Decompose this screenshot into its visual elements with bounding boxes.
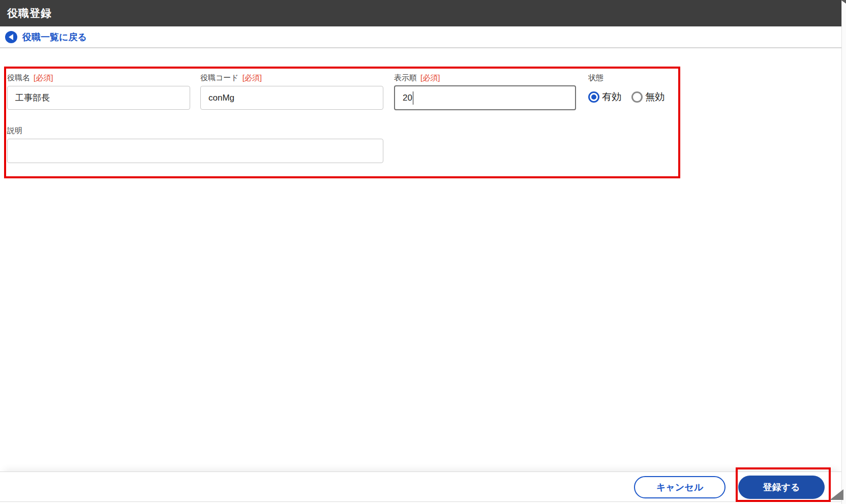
display-order-input[interactable]: 20 xyxy=(394,85,576,110)
back-link[interactable]: 役職一覧に戻る xyxy=(22,31,87,43)
position-name-input[interactable]: 工事部長 xyxy=(7,86,190,110)
status-radio-group: 有効 無効 xyxy=(588,90,751,104)
required-badge: [必須] xyxy=(420,73,440,83)
display-order-label: 表示順 xyxy=(394,73,417,83)
submit-button[interactable]: 登録する xyxy=(738,476,825,499)
radio-active-label: 有効 xyxy=(602,90,621,104)
description-label: 説明 xyxy=(7,126,22,136)
page: 役職登録 役職一覧に戻る 役職名 [必須] 工事部長 役職コード [必須] co… xyxy=(0,0,846,504)
field-label-row: 役職名 [必須] xyxy=(7,73,190,83)
radio-selected-icon[interactable] xyxy=(588,91,599,103)
position-code-input[interactable]: conMg xyxy=(200,86,383,110)
position-code-label: 役職コード xyxy=(200,73,239,83)
status-label: 状態 xyxy=(588,73,603,83)
footer-bar: キャンセル 登録する xyxy=(0,471,841,502)
display-order-value: 20 xyxy=(403,93,412,103)
field-description: 説明 xyxy=(7,126,383,163)
radio-inactive-label: 無効 xyxy=(645,90,664,104)
scrollbar-gutter[interactable] xyxy=(841,0,846,504)
field-status: 状態 有効 無効 xyxy=(588,73,751,104)
back-button[interactable] xyxy=(5,31,17,43)
required-badge: [必須] xyxy=(34,73,53,83)
description-input[interactable] xyxy=(7,139,383,163)
radio-option-inactive[interactable]: 無効 xyxy=(631,90,664,104)
position-name-value: 工事部長 xyxy=(15,92,50,104)
field-label-row: 説明 xyxy=(7,126,383,136)
chevron-left-icon xyxy=(9,34,13,40)
field-label-row: 役職コード [必須] xyxy=(200,73,383,83)
back-link-bar: 役職一覧に戻る xyxy=(0,26,841,48)
position-code-value: conMg xyxy=(208,93,234,103)
radio-option-active[interactable]: 有効 xyxy=(588,90,621,104)
position-name-label: 役職名 xyxy=(7,73,30,83)
field-display-order: 表示順 [必須] 20 xyxy=(394,73,576,110)
field-label-row: 状態 xyxy=(588,73,751,83)
field-position-code: 役職コード [必須] conMg xyxy=(200,73,383,110)
page-title: 役職登録 xyxy=(7,6,52,20)
field-label-row: 表示順 [必須] xyxy=(394,73,576,83)
text-caret xyxy=(413,91,414,105)
radio-dot xyxy=(591,94,596,100)
header-bar: 役職登録 xyxy=(0,0,841,26)
cancel-button[interactable]: キャンセル xyxy=(634,476,726,498)
field-position-name: 役職名 [必須] 工事部長 xyxy=(7,73,190,110)
required-badge: [必須] xyxy=(243,73,262,83)
radio-unselected-icon[interactable] xyxy=(631,91,643,103)
